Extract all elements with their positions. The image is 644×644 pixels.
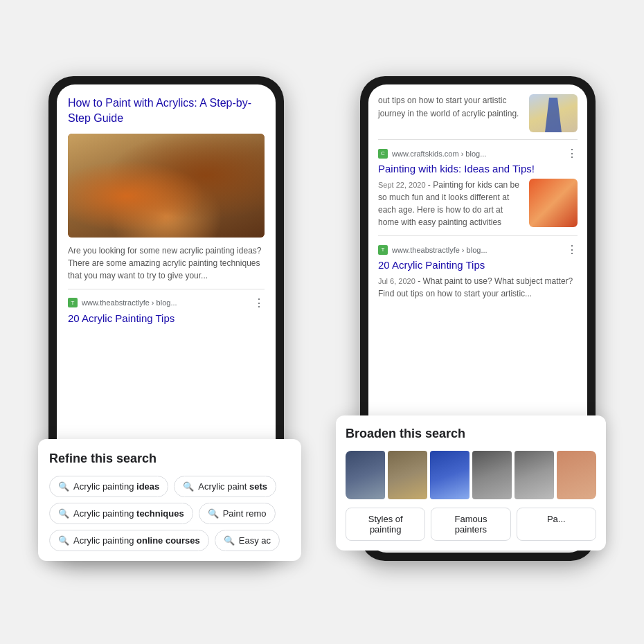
result2-row: Jul 6, 2020 - What paint to use? What su… — [378, 275, 578, 300]
chip-online-courses[interactable]: 🔍 Acrylic painting online courses — [49, 530, 209, 551]
result2-source-info: T www.theabstractlyfe › blog... — [378, 245, 488, 255]
result1-thumbnail — [529, 179, 578, 227]
more-icon-result2[interactable]: ⋮ — [566, 243, 578, 256]
top-article-image — [529, 94, 578, 132]
search-chips-container: 🔍 Acrylic painting ideas 🔍 Acrylic paint… — [49, 476, 290, 551]
broaden-card: Broaden this search Styles of painting F… — [336, 415, 606, 551]
divider-right-1 — [378, 139, 578, 140]
broaden-image-grey — [515, 451, 554, 499]
result2-text: Jul 6, 2020 - What paint to use? What su… — [378, 275, 578, 300]
result1-date: Sept 22, 2020 — [378, 181, 426, 189]
chip-ideas[interactable]: 🔍 Acrylic painting ideas — [49, 476, 168, 497]
result1-row: Sept 22, 2020 - Painting for kids can be… — [378, 179, 578, 229]
broaden-image-portrait — [472, 451, 512, 499]
result1-source-row: C www.craftskids.com › blog... ⋮ — [378, 147, 578, 160]
chip-ideas-text: Acrylic painting ideas — [73, 481, 159, 492]
search-icon-4: 🔍 — [208, 508, 219, 519]
refine-card: Refine this search 🔍 Acrylic painting id… — [38, 439, 301, 561]
top-text-area: out tips on how to start your artistic j… — [378, 94, 578, 132]
chip-easy[interactable]: 🔍 Easy ac — [215, 530, 280, 551]
palette-image — [68, 134, 265, 238]
result2-source-row: T www.theabstractlyfe › blog... ⋮ — [378, 243, 578, 256]
broaden-chip-styles[interactable]: Styles of painting — [346, 508, 425, 541]
broaden-image-vangogh — [430, 451, 469, 499]
broaden-card-title: Broaden this search — [346, 427, 596, 441]
scene: How to Paint with Acrylics: A Step-by-St… — [0, 0, 644, 644]
result2-title[interactable]: 20 Acrylic Painting Tips — [378, 259, 578, 271]
broaden-image-partial — [557, 451, 596, 499]
article-image — [68, 134, 265, 238]
chip-courses-text: Acrylic painting online courses — [73, 535, 200, 546]
divider-right-2 — [378, 235, 578, 236]
result2-favicon: T — [378, 245, 388, 255]
bottom-favicon: T — [68, 298, 78, 307]
search-icon-6: 🔍 — [224, 535, 235, 546]
result1-favicon: C — [378, 149, 388, 159]
broaden-image-eiffel — [346, 451, 385, 499]
chip-techniques[interactable]: 🔍 Acrylic painting techniques — [49, 503, 193, 524]
broaden-image-mona — [388, 451, 427, 499]
chip-remo-text: Paint remo — [223, 508, 267, 519]
chip-easy-text: Easy ac — [239, 535, 271, 546]
broaden-chip-painters[interactable]: Famous painters — [431, 508, 510, 541]
broaden-images-row — [346, 451, 596, 499]
search-icon-2: 🔍 — [183, 481, 194, 492]
broaden-categories: Styles of painting Famous painters Pa... — [346, 508, 596, 541]
top-text: out tips on how to start your artistic j… — [378, 96, 519, 118]
result1-source-text: www.craftskids.com › blog... — [392, 150, 486, 158]
search-icon-3: 🔍 — [58, 508, 69, 519]
result1-source-info: C www.craftskids.com › blog... — [378, 149, 486, 159]
bottom-result-title[interactable]: 20 Acrylic Painting Tips — [68, 312, 265, 324]
bottom-source-info: T www.theabstractlyfe › blog... — [68, 298, 177, 307]
more-icon-bottom-left[interactable]: ⋮ — [253, 296, 265, 310]
top-text-content: out tips on how to start your artistic j… — [378, 94, 522, 132]
chip-sets[interactable]: 🔍 Acrylic paint sets — [174, 476, 276, 497]
divider — [68, 289, 265, 289]
more-icon-result1[interactable]: ⋮ — [566, 147, 578, 160]
search-icon-1: 🔍 — [58, 481, 69, 492]
bottom-source-row: T www.theabstractlyfe › blog... ⋮ — [68, 296, 265, 310]
result2-dash: - — [418, 276, 422, 286]
chip-remo[interactable]: 🔍 Paint remo — [199, 503, 276, 524]
bottom-source-text: www.theabstractlyfe › blog... — [82, 298, 177, 307]
result1-title[interactable]: Painting with kids: Ideas and Tips! — [378, 163, 578, 175]
article-desc: Are you looking for some new acrylic pai… — [68, 244, 265, 282]
chip-techniques-text: Acrylic painting techniques — [73, 508, 184, 519]
result2-source-text: www.theabstractlyfe › blog... — [392, 246, 488, 254]
article-title[interactable]: How to Paint with Acrylics: A Step-by-St… — [68, 96, 265, 127]
chip-sets-text: Acrylic paint sets — [198, 481, 267, 492]
refine-card-title: Refine this search — [49, 451, 290, 466]
search-icon-5: 🔍 — [58, 535, 69, 546]
result2-date: Jul 6, 2020 — [378, 277, 415, 285]
broaden-chip-pa[interactable]: Pa... — [517, 508, 596, 541]
figure-silhouette — [543, 98, 564, 132]
result1-text: Sept 22, 2020 - Painting for kids can be… — [378, 179, 522, 229]
